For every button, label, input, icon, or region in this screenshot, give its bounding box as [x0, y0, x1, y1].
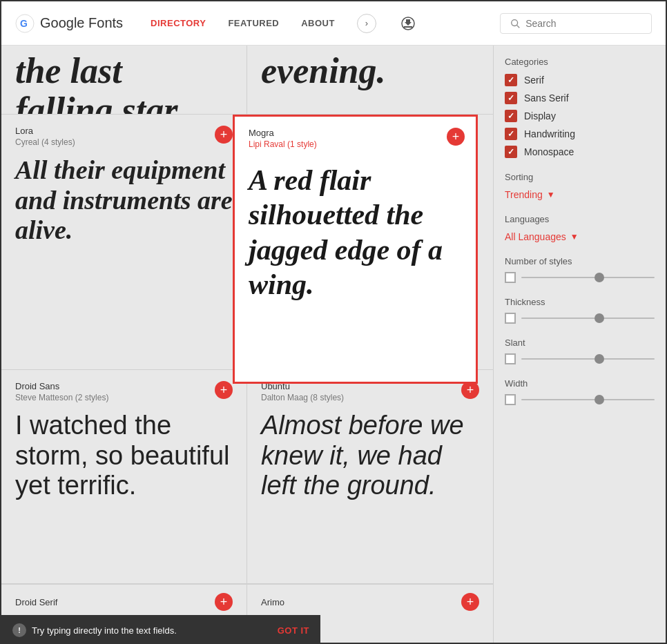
number-of-styles-label: Number of styles	[505, 256, 655, 266]
thickness-track[interactable]	[521, 318, 655, 319]
featured-preview-mogra: A red flair silhouetted the jagged edge …	[249, 163, 462, 302]
logo[interactable]: G Google Fonts	[15, 14, 123, 33]
slant-track[interactable]	[521, 358, 655, 360]
bottom-card-arimo-header: Arimo +	[261, 593, 479, 611]
languages-arrow-icon: ▼	[570, 232, 579, 242]
sorting-dropdown[interactable]: Trending ▼	[505, 189, 655, 200]
categories-label: Categories	[505, 57, 655, 67]
serif-checkmark: ✓	[508, 75, 514, 85]
display-checkmark: ✓	[508, 111, 514, 121]
nav-more-button[interactable]: ›	[357, 14, 376, 33]
toast-bar: ! Try typing directly into the text fiel…	[1, 615, 320, 644]
serif-checkbox[interactable]: ✓	[505, 74, 517, 86]
thickness-section: Thickness	[505, 297, 655, 324]
thickness-thumb[interactable]	[594, 313, 604, 323]
featured-font-name: Mogra	[249, 128, 462, 138]
slant-label: Slant	[505, 338, 655, 348]
slant-thumb[interactable]	[594, 354, 604, 364]
toast-content: ! Try typing directly into the text fiel…	[12, 623, 177, 637]
category-monospace[interactable]: ✓ Monospace	[505, 146, 655, 158]
font-name-lora: Lora	[15, 126, 75, 136]
partial-card-left: the lastfalling star.	[1, 46, 247, 114]
font-author-ubuntu: Dalton Maag (8 styles)	[261, 393, 344, 402]
featured-font-author: Lipi Raval (1 style)	[249, 139, 462, 149]
languages-dropdown[interactable]: All Languages ▼	[505, 231, 655, 242]
download-icon[interactable]	[398, 14, 418, 33]
sorting-value: Trending	[505, 189, 543, 200]
partial-top-row: the lastfalling star. evening.	[1, 46, 493, 115]
header-nav: DIRECTORY FEATURED ABOUT ›	[151, 14, 500, 33]
monospace-checkbox[interactable]: ✓	[505, 146, 517, 158]
add-lora-button[interactable]: +	[215, 126, 233, 144]
sans-serif-checkbox[interactable]: ✓	[505, 92, 517, 104]
languages-value: All Languages	[505, 231, 566, 242]
search-bar[interactable]	[500, 13, 652, 34]
font-card-droid-sans: Droid Sans Steve Matteson (2 styles) + I…	[1, 370, 247, 584]
display-label: Display	[524, 110, 556, 121]
number-of-styles-track[interactable]	[521, 277, 655, 278]
thickness-checkbox[interactable]	[505, 313, 516, 324]
featured-mogra-card: Mogra Lipi Raval (1 style) + A red flair…	[233, 115, 478, 384]
sans-serif-label: Sans Serif	[524, 92, 569, 104]
add-droid-serif-button[interactable]: +	[215, 593, 233, 611]
font-name-droid-serif: Droid Serif	[15, 597, 57, 607]
width-thumb[interactable]	[594, 395, 604, 404]
font-preview-lora: All their equipment and instruments are …	[15, 155, 233, 246]
content-area: the lastfalling star. evening. Lora Cyre…	[1, 46, 493, 644]
featured-author-link[interactable]: Raval	[264, 139, 285, 149]
languages-section: Languages All Languages ▼	[505, 214, 655, 242]
handwriting-checkmark: ✓	[508, 129, 514, 139]
search-input[interactable]	[525, 18, 641, 29]
number-of-styles-checkbox[interactable]	[505, 272, 516, 283]
svg-text:G: G	[20, 18, 28, 29]
width-label: Width	[505, 378, 655, 389]
width-checkbox[interactable]	[505, 394, 516, 405]
logo-text: Google Fonts	[40, 15, 123, 31]
slant-checkbox[interactable]	[505, 353, 516, 364]
google-fonts-logo-icon: G	[15, 14, 35, 33]
font-author-droid-sans: Steve Matteson (2 styles)	[15, 393, 108, 402]
nav-directory[interactable]: DIRECTORY	[151, 18, 206, 28]
add-arimo-button[interactable]: +	[461, 593, 479, 611]
font-preview-ubuntu: Almost before we knew it, we had left th…	[261, 411, 479, 501]
monospace-checkmark: ✓	[508, 147, 514, 157]
sorting-label: Sorting	[505, 172, 655, 182]
category-sans-serif[interactable]: ✓ Sans Serif	[505, 92, 655, 104]
add-droid-sans-button[interactable]: +	[215, 381, 233, 399]
monospace-label: Monospace	[524, 146, 574, 157]
sans-serif-checkmark: ✓	[508, 93, 514, 103]
categories-section: Categories ✓ Serif ✓ Sans Serif ✓ Displa…	[505, 57, 655, 158]
slant-slider-row	[505, 353, 655, 364]
main-layout: the lastfalling star. evening. Lora Cyre…	[1, 46, 666, 644]
sidebar: Categories ✓ Serif ✓ Sans Serif ✓ Displa…	[493, 46, 666, 644]
featured-author-prefix: Lipi	[249, 139, 264, 149]
search-icon	[510, 18, 520, 29]
toast-message: Try typing directly into the text fields…	[32, 625, 177, 636]
handwriting-checkbox[interactable]: ✓	[505, 128, 517, 140]
nav-featured[interactable]: FEATURED	[228, 18, 279, 28]
slant-section: Slant	[505, 338, 655, 364]
nav-about[interactable]: ABOUT	[301, 18, 335, 28]
font-name-arimo: Arimo	[261, 597, 284, 607]
svg-line-5	[517, 25, 520, 28]
display-checkbox[interactable]: ✓	[505, 110, 517, 122]
category-handwriting[interactable]: ✓ Handwriting	[505, 128, 655, 140]
font-card-droid-sans-info: Droid Sans Steve Matteson (2 styles)	[15, 381, 108, 402]
width-section: Width	[505, 378, 655, 405]
font-card-ubuntu: Ubuntu Dalton Maag (8 styles) + Almost b…	[247, 370, 493, 584]
add-mogra-button[interactable]: +	[447, 128, 465, 146]
width-track[interactable]	[521, 399, 655, 400]
partial-text-left: the lastfalling star.	[15, 51, 233, 114]
languages-label: Languages	[505, 214, 655, 224]
font-card-lora-info: Lora Cyreal (4 styles)	[15, 126, 75, 147]
category-serif[interactable]: ✓ Serif	[505, 74, 655, 86]
category-display[interactable]: ✓ Display	[505, 110, 655, 122]
featured-author-suffix: (1 style)	[285, 139, 317, 149]
font-author-lora: Cyreal (4 styles)	[15, 137, 75, 147]
font-preview-droid-sans: I watched the storm, so beautiful yet te…	[15, 411, 233, 501]
svg-point-4	[512, 19, 518, 26]
bottom-card-droid-serif-header: Droid Serif +	[15, 593, 233, 611]
toast-got-it-button[interactable]: GOT IT	[278, 625, 309, 636]
number-of-styles-thumb[interactable]	[594, 273, 604, 282]
partial-card-right: evening.	[247, 46, 493, 114]
